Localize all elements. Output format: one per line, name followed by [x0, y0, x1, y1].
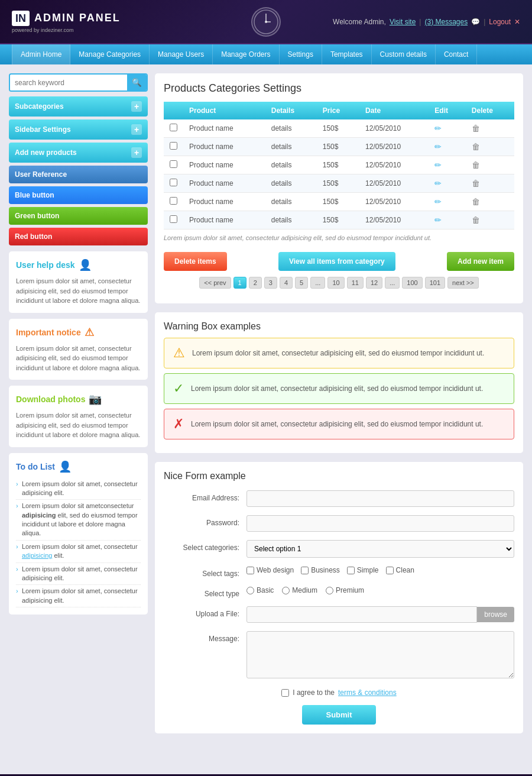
categories-select[interactable]: Select option 1 Option 2 Option 3 [246, 540, 514, 558]
type-premium-radio[interactable] [326, 587, 333, 594]
type-medium-radio[interactable] [282, 587, 290, 594]
sidebar-blue-button[interactable]: Blue button [9, 186, 148, 204]
sidebar-green-button[interactable]: Green button [9, 207, 148, 225]
browse-button[interactable]: browse [477, 607, 514, 622]
next-page-button[interactable]: next >> [447, 277, 479, 289]
row-edit-cell: ✏ [429, 174, 466, 193]
row-product: Product name [183, 156, 265, 174]
terms-checkbox[interactable] [281, 689, 289, 697]
tag-webdesign[interactable]: Web design [246, 566, 294, 574]
upload-label: Upload a File: [164, 606, 246, 618]
tag-simple-checkbox[interactable] [347, 567, 355, 574]
todo-icon: 👤 [59, 460, 72, 473]
page-101-button[interactable]: 101 [425, 277, 445, 289]
trash-icon[interactable]: 🗑 [472, 197, 480, 206]
edit-icon[interactable]: ✏ [434, 160, 442, 170]
page-2-button[interactable]: 2 [249, 277, 262, 289]
sidebar-red-button[interactable]: Red button [9, 228, 148, 245]
sidebar-green-label: Green button [15, 212, 59, 220]
row-checkbox[interactable] [170, 215, 177, 223]
add-new-item-button[interactable]: Add new item [447, 252, 514, 271]
file-upload-row: browse [246, 606, 514, 623]
nav-admin-home[interactable]: Admin Home [12, 44, 70, 64]
messages-link[interactable]: (3) Messages [424, 18, 468, 26]
sidebar-sidebar-settings-button[interactable]: Sidebar Settings + [9, 119, 148, 140]
type-basic[interactable]: Basic [246, 586, 274, 594]
products-table: Product Details Price Date Edit Delete P… [164, 102, 514, 229]
trash-icon[interactable]: 🗑 [472, 179, 480, 188]
type-medium[interactable]: Medium [282, 586, 317, 594]
row-product: Product name [183, 211, 265, 229]
nav-settings[interactable]: Settings [280, 44, 322, 64]
page-11-button[interactable]: 11 [347, 277, 364, 289]
sidebar-add-products-button[interactable]: Add new products + [9, 143, 148, 163]
row-checkbox[interactable] [170, 197, 177, 205]
nav-custom-details[interactable]: Custom details [372, 44, 436, 64]
table-row: Product name details 150$ 12/05/2010 ✏ 🗑 [164, 174, 514, 193]
email-row: Email Address: [164, 490, 514, 507]
col-edit: Edit [429, 102, 466, 119]
row-checkbox[interactable] [170, 124, 177, 131]
message-textarea[interactable] [246, 631, 514, 678]
tag-simple[interactable]: Simple [347, 566, 379, 574]
row-checkbox[interactable] [170, 160, 177, 168]
terms-link[interactable]: terms & conditions [338, 688, 397, 697]
password-input[interactable] [246, 515, 514, 532]
row-checkbox[interactable] [170, 179, 177, 186]
view-all-button[interactable]: View all items from category [278, 252, 395, 271]
page-4-button[interactable]: 4 [280, 277, 293, 289]
page-12-button[interactable]: 12 [366, 277, 382, 289]
trash-icon[interactable]: 🗑 [472, 124, 480, 133]
prev-page-button[interactable]: << prev [199, 277, 231, 289]
tag-business-checkbox[interactable] [301, 567, 309, 574]
page-10-button[interactable]: 10 [327, 277, 344, 289]
nav-manage-users[interactable]: Manage Users [150, 44, 213, 64]
page-5-button[interactable]: 5 [295, 277, 308, 289]
visit-site-link[interactable]: Visit site [390, 18, 416, 26]
chat-icon: 💬 [471, 18, 480, 26]
sidebar-user-reference-button[interactable]: User Reference [9, 166, 148, 183]
trash-icon[interactable]: 🗑 [472, 142, 480, 151]
edit-icon[interactable]: ✏ [434, 179, 442, 188]
nav-manage-categories[interactable]: Manage Categories [70, 44, 150, 64]
page-100-button[interactable]: 100 [402, 277, 422, 289]
row-details: details [265, 156, 317, 174]
search-input[interactable] [10, 75, 127, 90]
row-checkbox[interactable] [170, 142, 177, 150]
list-item: Lorem ipsum dolor sit amet, consectetur … [16, 585, 141, 607]
terms-row: I agree to the terms & conditions [164, 688, 514, 697]
logout-button[interactable]: Logout [489, 18, 511, 26]
tag-clean[interactable]: Clean [386, 566, 414, 574]
search-button[interactable]: 🔍 [127, 75, 147, 90]
sidebar-subcategories-label: Subcategories [15, 102, 64, 111]
nav-contact[interactable]: Contact [436, 44, 477, 64]
edit-icon[interactable]: ✏ [434, 124, 442, 133]
file-input[interactable] [246, 606, 477, 623]
warning-box-red: ✗ Lorem ipsum dolor sit amet, consectetu… [164, 409, 514, 439]
email-input[interactable] [246, 490, 514, 507]
warning-text-green: Lorem ipsum dolor sit amet, consectetur … [191, 384, 483, 393]
upload-control: browse [246, 606, 514, 623]
edit-icon[interactable]: ✏ [434, 215, 442, 225]
tag-business[interactable]: Business [301, 566, 340, 574]
nav-templates[interactable]: Templates [322, 44, 372, 64]
edit-icon[interactable]: ✏ [434, 197, 442, 206]
page-1-button[interactable]: 1 [233, 277, 246, 289]
type-premium[interactable]: Premium [326, 586, 364, 594]
email-control [246, 490, 514, 507]
trash-icon[interactable]: 🗑 [472, 215, 480, 225]
col-details: Details [265, 102, 317, 119]
download-photos-title: Download photos 📷 [16, 393, 141, 406]
nav-manage-orders[interactable]: Manage Orders [213, 44, 279, 64]
page-3-button[interactable]: 3 [264, 277, 277, 289]
edit-icon[interactable]: ✏ [434, 142, 442, 151]
todo-link[interactable]: adipisicing [22, 552, 52, 559]
submit-button[interactable]: Submit [302, 705, 375, 725]
tag-clean-checkbox[interactable] [386, 567, 394, 574]
sidebar-subcategories-button[interactable]: Subcategories + [9, 96, 148, 117]
trash-icon[interactable]: 🗑 [472, 160, 480, 170]
row-price: 150$ [317, 156, 359, 174]
tag-webdesign-checkbox[interactable] [246, 567, 254, 574]
type-basic-radio[interactable] [246, 587, 254, 594]
delete-items-button[interactable]: Delete items [164, 252, 227, 271]
